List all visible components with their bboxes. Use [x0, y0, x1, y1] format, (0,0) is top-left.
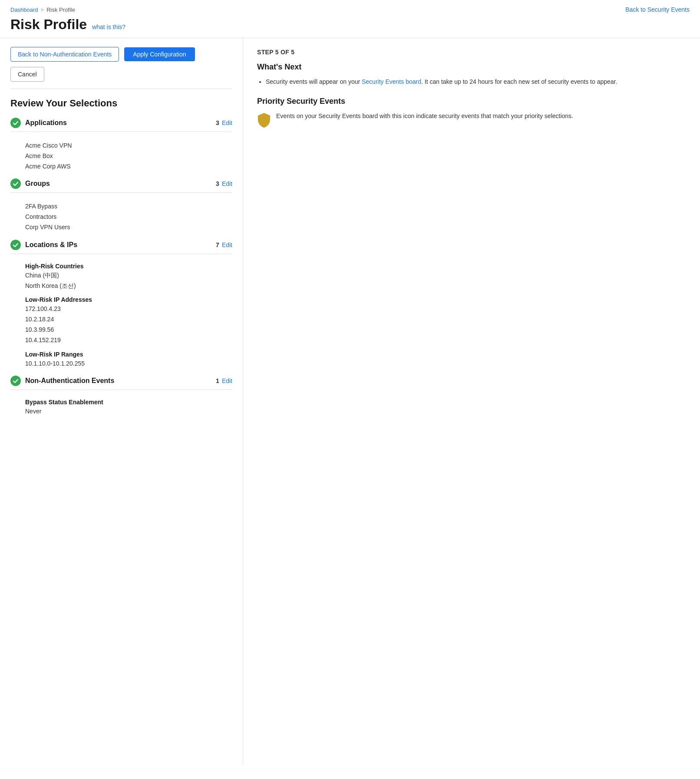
page-title: Risk Profile	[10, 17, 87, 33]
non-auth-check-icon	[10, 376, 21, 386]
list-item: Acme Box	[25, 151, 232, 162]
applications-check-icon	[10, 118, 21, 128]
whats-next-item: Security events will appear on your Secu…	[266, 77, 686, 86]
groups-divider	[10, 192, 232, 193]
apply-configuration-button[interactable]: Apply Configuration	[124, 47, 195, 61]
applications-label: Applications	[25, 119, 67, 127]
low-risk-ip-section: Low-Risk IP Addresses 172.100.4.23 10.2.…	[25, 296, 232, 345]
list-item: 10.3.99.56	[25, 325, 232, 335]
low-risk-ranges-section: Low-Risk IP Ranges 10.1.10.0-10.1.20.255	[25, 351, 232, 369]
list-item: 172.100.4.23	[25, 304, 232, 314]
svg-point-0	[10, 118, 21, 128]
priority-title: Priority Security Events	[257, 97, 686, 106]
non-auth-edit-link[interactable]: Edit	[222, 377, 232, 384]
breadcrumb-current: Risk Profile	[46, 7, 75, 13]
back-non-auth-button[interactable]: Back to Non-Authentication Events	[10, 47, 119, 62]
high-risk-countries-label: High-Risk Countries	[25, 263, 232, 270]
security-events-board-link[interactable]: Security Events board	[362, 78, 421, 85]
low-risk-ip-label: Low-Risk IP Addresses	[25, 296, 232, 303]
low-risk-ranges-label: Low-Risk IP Ranges	[25, 351, 232, 358]
svg-point-3	[10, 376, 21, 386]
bypass-status-items: Never	[25, 406, 232, 417]
list-item: 10.1.10.0-10.1.20.255	[25, 359, 232, 369]
groups-check-icon	[10, 178, 21, 189]
groups-items: 2FA Bypass Contractors Corp VPN Users	[25, 201, 232, 232]
right-panel: STEP 5 OF 5 What's Next Security events …	[243, 38, 700, 765]
groups-label: Groups	[25, 180, 50, 188]
locations-count: 7	[216, 241, 219, 248]
list-item: Acme Corp AWS	[25, 162, 232, 172]
groups-section: Groups 3 Edit 2FA Bypass Contractors Cor…	[10, 178, 232, 232]
low-risk-ranges-items: 10.1.10.0-10.1.20.255	[25, 359, 232, 369]
bypass-status-section: Bypass Status Enablement Never	[25, 399, 232, 417]
what-is-this-link[interactable]: what is this?	[92, 23, 125, 30]
breadcrumb-dashboard[interactable]: Dashboard	[10, 7, 38, 13]
whats-next-text-after: . It can take up to 24 hours for each ne…	[421, 78, 617, 85]
list-item: Acme Cisco VPN	[25, 141, 232, 151]
list-item: Contractors	[25, 212, 232, 222]
svg-point-2	[10, 240, 21, 250]
locations-edit-link[interactable]: Edit	[222, 241, 232, 248]
high-risk-countries-items: China (中国) North Korea (조선)	[25, 271, 232, 291]
breadcrumb: Dashboard > Risk Profile	[10, 7, 75, 13]
applications-divider	[10, 132, 232, 132]
svg-point-1	[10, 178, 21, 189]
groups-row: Groups 3 Edit	[10, 178, 232, 189]
non-auth-label: Non-Authentication Events	[25, 377, 114, 385]
bypass-status-label: Bypass Status Enablement	[25, 399, 232, 406]
non-auth-count: 1	[216, 377, 219, 384]
applications-row: Applications 3 Edit	[10, 118, 232, 128]
list-item: 10.2.18.24	[25, 314, 232, 325]
locations-label: Locations & IPs	[25, 241, 77, 249]
section-divider	[10, 89, 232, 89]
locations-row: Locations & IPs 7 Edit	[10, 240, 232, 250]
priority-content: Events on your Security Events board wit…	[257, 111, 686, 130]
priority-description: Events on your Security Events board wit…	[276, 111, 573, 121]
non-auth-section: Non-Authentication Events 1 Edit Bypass …	[10, 376, 232, 417]
priority-section: Priority Security Events Events on your …	[257, 97, 686, 130]
cancel-row: Cancel	[10, 67, 232, 82]
step-label: STEP 5 OF 5	[257, 49, 686, 56]
list-item: Corp VPN Users	[25, 222, 232, 233]
locations-divider	[10, 254, 232, 254]
groups-edit-link[interactable]: Edit	[222, 180, 232, 187]
groups-count: 3	[216, 180, 219, 187]
non-auth-row: Non-Authentication Events 1 Edit	[10, 376, 232, 386]
list-item: 2FA Bypass	[25, 201, 232, 212]
priority-shield-icon	[257, 112, 271, 130]
list-item: North Korea (조선)	[25, 281, 232, 291]
locations-check-icon	[10, 240, 21, 250]
action-buttons-row: Back to Non-Authentication Events Apply …	[10, 47, 232, 62]
review-title: Review Your Selections	[10, 98, 232, 109]
low-risk-ip-items: 172.100.4.23 10.2.18.24 10.3.99.56 10.4.…	[25, 304, 232, 345]
whats-next-list: Security events will appear on your Secu…	[257, 77, 686, 86]
back-to-security-events-link[interactable]: Back to Security Events	[625, 6, 690, 13]
list-item: Never	[25, 406, 232, 417]
applications-edit-link[interactable]: Edit	[222, 119, 232, 126]
whats-next-text-before: Security events will appear on your	[266, 78, 362, 85]
whats-next-title: What's Next	[257, 63, 686, 72]
non-auth-divider	[10, 390, 232, 390]
applications-items: Acme Cisco VPN Acme Box Acme Corp AWS	[25, 141, 232, 172]
cancel-button[interactable]: Cancel	[10, 67, 44, 82]
left-panel: Back to Non-Authentication Events Apply …	[0, 38, 243, 765]
applications-section: Applications 3 Edit Acme Cisco VPN Acme …	[10, 118, 232, 172]
list-item: China (中国)	[25, 271, 232, 281]
breadcrumb-separator: >	[41, 7, 44, 13]
applications-count: 3	[216, 119, 219, 126]
locations-section: Locations & IPs 7 Edit High-Risk Countri…	[10, 240, 232, 369]
high-risk-countries-section: High-Risk Countries China (中国) North Kor…	[25, 263, 232, 291]
list-item: 10.4.152.219	[25, 335, 232, 346]
